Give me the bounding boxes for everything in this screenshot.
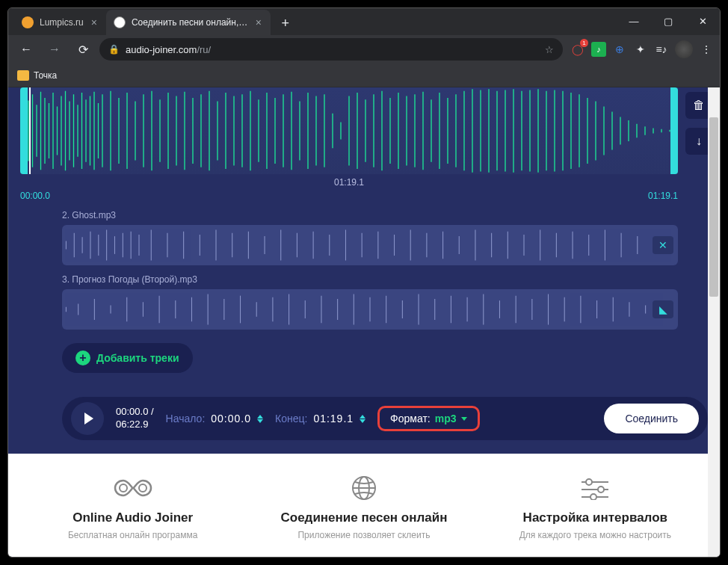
chevron-up-icon[interactable] — [257, 415, 263, 419]
infinity-icon — [26, 472, 239, 504]
end-time-control: Конец: 01:19.1 — [275, 413, 365, 424]
tab-title: Соединить песни онлайн, скле... — [132, 17, 248, 28]
extensions-button[interactable]: ✦ — [633, 42, 648, 57]
waveform-icon — [20, 87, 678, 174]
favicon-icon — [22, 16, 34, 28]
range-end-time: 01:19.1 — [648, 191, 678, 201]
svg-point-172 — [139, 484, 146, 492]
svg-point-177 — [586, 479, 592, 485]
playhead[interactable] — [29, 87, 31, 174]
join-button[interactable]: Соединить — [604, 404, 699, 433]
maximize-button[interactable]: ▢ — [651, 7, 685, 35]
playback-current: 00:00.0 / — [116, 406, 154, 419]
reload-button[interactable]: ⟳ — [71, 37, 95, 61]
chevron-up-icon[interactable] — [360, 415, 365, 419]
favicon-icon — [114, 16, 126, 28]
crossfade-icon: ✕ — [658, 239, 667, 251]
trim-handle-left[interactable] — [20, 87, 28, 174]
trim-handle-right[interactable] — [670, 87, 678, 174]
vertical-scrollbar[interactable] — [708, 87, 720, 557]
svg-point-179 — [598, 487, 604, 493]
track-3-waveform[interactable]: ◣ — [62, 289, 678, 330]
end-value[interactable]: 01:19.1 — [313, 413, 354, 424]
playback-controls: 00:00.0 / 06:22.9 Начало: 00:00.0 Конец:… — [62, 397, 708, 440]
close-button[interactable]: ✕ — [685, 7, 720, 35]
track-3: 3. Прогноз Погоды (Второй).mp3 ◣ — [62, 274, 678, 330]
bookmark-star-icon[interactable]: ☆ — [545, 44, 554, 55]
format-dropdown[interactable]: Формат: mp3 — [377, 406, 479, 431]
svg-point-171 — [120, 484, 127, 492]
playback-time: 00:00.0 / 06:22.9 — [116, 406, 154, 431]
folder-icon — [17, 70, 29, 81]
format-value: mp3 — [435, 413, 457, 424]
window-controls: — ▢ ✕ — [617, 7, 720, 35]
lock-icon: 🔒 — [108, 44, 120, 55]
add-tracks-row: + Добавить треки — [62, 343, 678, 391]
features-row: Online Audio Joiner Бесплатная онлайн пр… — [8, 454, 720, 546]
waveform-icon — [62, 289, 678, 330]
forward-button[interactable]: → — [43, 37, 67, 61]
track-2-label: 2. Ghost.mp3 — [62, 210, 678, 220]
profile-avatar[interactable] — [675, 40, 693, 58]
extension-music-icon[interactable]: ♪ — [591, 42, 606, 57]
feature-3-desc: Для каждого трека можно настроить — [489, 530, 702, 540]
track-duration-label: 01:19.1 — [20, 177, 678, 188]
play-icon — [84, 413, 93, 424]
track-2-waveform[interactable]: ✕ — [62, 225, 678, 265]
play-button[interactable] — [71, 402, 104, 435]
start-stepper[interactable] — [257, 415, 263, 423]
extension-icons: ◯1 ♪ ⊕ ✦ ≡♪ ⋮ — [567, 40, 714, 58]
track-2: 2. Ghost.mp3 ✕ — [62, 210, 678, 265]
add-tracks-label: Добавить треки — [96, 352, 179, 364]
range-start-time: 00:00.0 — [20, 191, 50, 201]
browser-tab-1[interactable]: Lumpics.ru × — [14, 10, 106, 35]
sliders-icon — [489, 472, 702, 504]
browser-tabs: Lumpics.ru × Соединить песни онлайн, скл… — [8, 8, 720, 35]
close-icon[interactable]: × — [254, 16, 263, 28]
bookmarks-bar: Точка — [8, 64, 720, 87]
primary-track-waveform[interactable] — [20, 87, 678, 174]
feature-1-desc: Бесплатная онлайн программа — [26, 530, 239, 540]
waveform-icon — [62, 225, 678, 265]
browser-menu-button[interactable]: ⋮ — [699, 42, 714, 57]
extension-globe-icon[interactable]: ⊕ — [612, 42, 627, 57]
extension-opera-icon[interactable]: ◯1 — [570, 42, 585, 57]
back-button[interactable]: ← — [14, 37, 38, 61]
trash-icon: 🗑 — [693, 99, 705, 112]
chevron-down-icon[interactable] — [360, 419, 365, 423]
feature-2-title: Соединение песен онлайн — [257, 510, 470, 525]
end-label: Конец: — [275, 413, 307, 424]
fadeout-button[interactable]: ◣ — [653, 300, 673, 318]
browser-tab-2[interactable]: Соединить песни онлайн, скле... × — [106, 10, 271, 35]
fadeout-icon: ◣ — [659, 303, 667, 315]
feature-3: Настройка интервалов Для каждого трека м… — [489, 472, 702, 540]
audio-editor: 01:19.1 00:00.0 01:19.1 🗑 ↓ 2. Ghost.mp3 — [8, 87, 720, 454]
close-icon[interactable]: × — [90, 16, 99, 28]
feature-1: Online Audio Joiner Бесплатная онлайн пр… — [26, 472, 239, 540]
feature-1-title: Online Audio Joiner — [26, 510, 239, 525]
page-content: 01:19.1 00:00.0 01:19.1 🗑 ↓ 2. Ghost.mp3 — [8, 87, 720, 557]
time-range-row: 00:00.0 01:19.1 — [20, 191, 678, 201]
feature-2: Соединение песен онлайн Приложение позво… — [257, 472, 470, 540]
end-stepper[interactable] — [360, 415, 365, 423]
address-bar[interactable]: 🔒 audio-joiner.com/ru/ ☆ — [99, 38, 563, 61]
new-tab-button[interactable]: + — [275, 13, 296, 34]
arrow-down-icon: ↓ — [696, 135, 702, 148]
start-time-control: Начало: 00:00.0 — [166, 413, 263, 424]
globe-icon — [257, 472, 470, 504]
crossfade-button[interactable]: ✕ — [653, 236, 673, 254]
svg-point-181 — [590, 494, 596, 500]
add-tracks-button[interactable]: + Добавить треки — [62, 343, 193, 373]
bookmark-label: Точка — [34, 70, 57, 81]
start-label: Начало: — [166, 413, 206, 424]
start-value[interactable]: 00:00.0 — [211, 413, 251, 424]
browser-toolbar: ← → ⟳ 🔒 audio-joiner.com/ru/ ☆ ◯1 ♪ ⊕ ✦ … — [8, 35, 720, 64]
minimize-button[interactable]: — — [617, 7, 651, 35]
chevron-down-icon[interactable] — [257, 419, 263, 423]
bookmark-folder-tochka[interactable]: Точка — [17, 70, 57, 81]
scrollbar-thumb[interactable] — [709, 117, 718, 297]
feature-2-desc: Приложение позволяет склеить — [257, 530, 470, 540]
reading-list-icon[interactable]: ≡♪ — [654, 42, 669, 57]
playback-total: 06:22.9 — [116, 419, 154, 431]
chevron-down-icon — [461, 417, 467, 421]
